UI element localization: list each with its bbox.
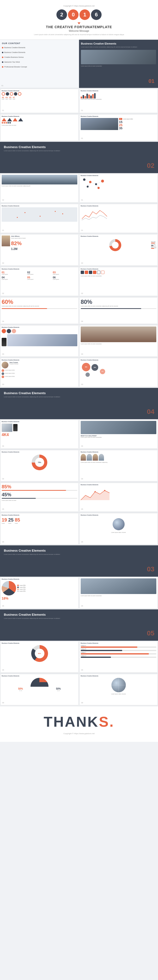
slide-row-8: Business Creative Elements 01 Lorem ipsu… xyxy=(0,267,158,297)
slide-title-18a: Business Creative Elements xyxy=(2,578,77,580)
profile-layout: Jane Cooper Creative Director xyxy=(2,362,77,368)
hbar-fill-4 xyxy=(81,657,111,658)
bar-4 xyxy=(87,94,88,99)
num-text-11-3: Lorem ipsum dolor xyxy=(5,375,15,377)
legend-1: Lorem 35% xyxy=(17,585,26,586)
copyright-bottom: Copyright © https://www.pptstore.net xyxy=(5,732,153,735)
road-stats-row: 01 Lorem ipsum dolor 15 25 35 xyxy=(81,118,156,130)
stats-grid: 01 Lorem ipsum 02 Lorem ipsum 03 Lorem i… xyxy=(2,271,77,280)
pct80-bar-fill xyxy=(81,308,141,309)
template-subtitle: Welcome Message xyxy=(2,30,156,32)
slide-number-16a: 05 xyxy=(2,541,4,543)
icon-box-6 xyxy=(101,270,104,274)
slide-num-03: 03 xyxy=(147,565,155,573)
num-19-val: 19 xyxy=(2,517,7,523)
donut2-chart: 60% xyxy=(31,645,48,662)
globe-icon xyxy=(113,518,125,530)
donut-stats: Item One Item Two Item Thr xyxy=(151,241,156,249)
globe2-icon xyxy=(111,678,126,692)
grid-stat-4: 04 Lorem ipsum xyxy=(2,276,26,280)
legend-text-3: Lorem 15% xyxy=(19,589,26,590)
large-donut-1: 75% xyxy=(32,455,47,470)
big-stat-35: 35 xyxy=(119,127,156,130)
bce-desc-1: Lorem ipsum dolor sit amet consectetur xyxy=(81,65,156,67)
building2-text: Lorem ipsum dolor sit amet consectetur xyxy=(81,343,156,345)
timeline-slide: Business Creative Elements Lorem ipsum d… xyxy=(0,114,79,142)
template-title: THE CREATIVE FORTUNATEMPLATE xyxy=(2,25,156,29)
bce-subtitle-dark-2: Lorem ipsum dolor sit amet consectetur a… xyxy=(4,396,154,398)
gs6-label: Lorem ipsum xyxy=(53,279,77,280)
pct80-text: Lorem ipsum dolor sit amet consectetur a… xyxy=(81,305,156,307)
icon-box-4 xyxy=(93,270,96,274)
phone-slide: Business Creative Elements 03 xyxy=(0,325,79,357)
slide-number-1: 01 xyxy=(2,85,3,86)
slide-number-5a: 02 xyxy=(2,199,4,201)
bubble-area: 45% 30% 20% xyxy=(81,362,156,381)
slide-number-15b: 05 xyxy=(81,508,83,510)
content-text-3: Creative Business Genius xyxy=(4,56,24,58)
dot-icon-4 xyxy=(2,61,3,63)
pie-legend: Lorem 35% Lorem 30% Lorem 15% Lorem xyxy=(17,585,26,592)
dot-icon-1 xyxy=(2,47,3,48)
bar-6 xyxy=(90,95,92,99)
slide-number-5b: 01 xyxy=(81,199,83,201)
person-icon-2 xyxy=(87,454,92,461)
stat-label-4: Label xyxy=(13,99,15,100)
tag-1: 01 xyxy=(119,118,122,120)
prog-label-2: Item Two xyxy=(151,244,156,245)
slide-number-7a: 02 xyxy=(2,262,4,264)
cdot-5 xyxy=(9,122,11,124)
person-name: John Wilson xyxy=(11,235,25,237)
bubble-4 xyxy=(85,372,90,377)
tablet-layout xyxy=(2,423,77,432)
hbar-bg-4 xyxy=(81,657,156,658)
slide-title-14b: Business Creative Elements xyxy=(81,451,156,453)
slide-title-5b: Business Creative Elements xyxy=(81,175,156,176)
stat-number-4: 47 xyxy=(13,96,15,99)
bce-title-dark-3: Business Creative Elements xyxy=(4,549,154,552)
slide-title-6a: Business Creative Elements xyxy=(2,205,77,207)
gs5-label: Lorem ipsum xyxy=(27,279,52,280)
big-stat-15: 15 xyxy=(119,120,156,124)
num-19: 19 Lorem xyxy=(2,517,7,524)
donut2-slide: Business Creative Elements 60% 05 xyxy=(0,641,79,673)
donut2-label: 60% xyxy=(35,649,44,658)
pct60-value: 60% xyxy=(2,299,77,305)
gs3-val: 03 xyxy=(53,271,77,274)
semi-stats: 50% Item A 50% Item B xyxy=(2,687,77,691)
copyright-top: Copyright © https://www.pptstore.net xyxy=(2,5,156,7)
globe-text: Lorem ipsum dolor sit amet xyxy=(81,531,156,533)
slide-title-20a: Business Creative Elements xyxy=(2,643,77,644)
content-item-2: Business Creative Elements xyxy=(2,51,77,54)
pct45-fill xyxy=(2,498,36,499)
slide-title-10a: Business Creative Elements xyxy=(2,326,77,328)
content-item-5: Professional Elevator Concept xyxy=(2,66,77,68)
stat-label-2: Label xyxy=(5,99,8,100)
num-85-val: 85 xyxy=(15,517,20,523)
header-section: Copyright © https://www.pptstore.net 2 0… xyxy=(0,0,158,40)
pct80-bar-bg xyxy=(81,308,156,309)
grid-stat-6: 06 Lorem ipsum xyxy=(53,276,77,280)
gs2-label: Lorem ipsum xyxy=(27,274,52,275)
bar-3 xyxy=(85,96,86,99)
num-85-label: Lorem xyxy=(15,523,20,524)
pct80-slide: 80% Lorem ipsum dolor sit amet consectet… xyxy=(79,297,158,325)
hbar-2: Category B xyxy=(81,648,156,651)
slide-title-16a: Business Creative Elements xyxy=(2,514,77,516)
page-wrapper: Copyright © https://www.pptstore.net 2 0… xyxy=(0,0,158,742)
legend-dot-1 xyxy=(17,585,19,586)
donut2-area: 60% xyxy=(2,645,77,662)
slide-row-1: OUR CONTENT Business Creative Elements B… xyxy=(0,40,158,88)
slide-number-16b: 05 xyxy=(81,541,83,543)
pct18-val: 18% xyxy=(2,597,77,600)
year-badges: 2 0 1 6 xyxy=(2,10,156,20)
persons-row-slide: Business Creative Elements Lorem ipsum d… xyxy=(79,450,158,482)
donut-chart-1 xyxy=(109,239,121,251)
num-25-val: 25 xyxy=(8,517,13,523)
hbar-label-2: Category B xyxy=(81,648,156,650)
donut-slide-1: Business Creative Elements Item One Item… xyxy=(79,234,158,266)
cdot-2 xyxy=(3,122,5,124)
person-icon-4 xyxy=(99,454,104,461)
slide-row-18: Business Creative Elements Lorem 35% Lor… xyxy=(0,577,158,609)
pct60-slide: 60% Lorem ipsum dolor sit amet consectet… xyxy=(0,297,79,325)
